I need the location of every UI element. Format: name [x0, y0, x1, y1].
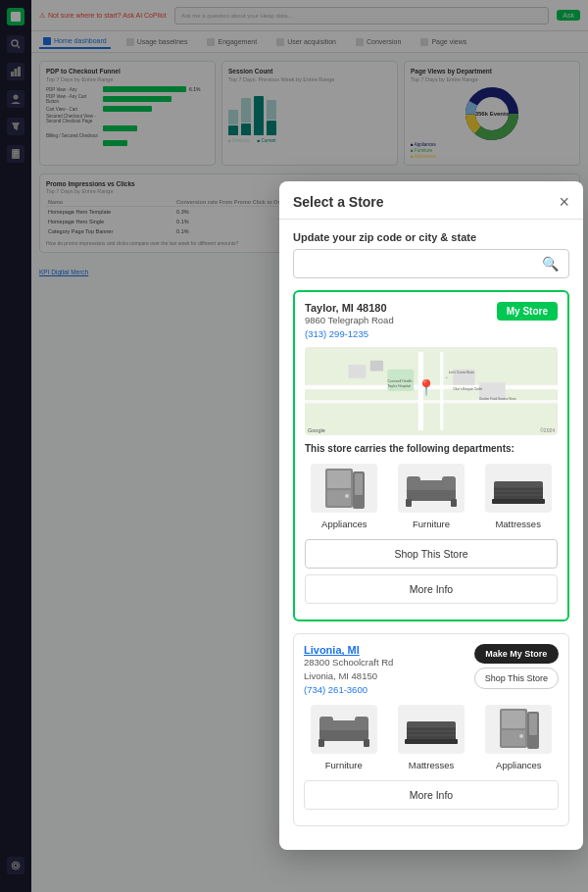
search-icon: 🔍 [542, 256, 559, 272]
make-my-store-button[interactable]: Make My Store [474, 644, 559, 664]
dept-name-furniture-2: Furniture [325, 760, 363, 770]
svg-text:Lee's Corner Bistro: Lee's Corner Bistro [449, 372, 475, 375]
svg-rect-47 [492, 499, 545, 504]
dept-item-furniture-2: Furniture [304, 705, 383, 770]
mattresses-image [485, 464, 552, 513]
store-card-taylor: Taylor, MI 48180 9860 Telegraph Road (31… [293, 290, 569, 621]
svg-rect-38 [355, 473, 363, 495]
store-taylor-phone: (313) 299-1235 [305, 328, 394, 339]
store-livonia-phone: (734) 261-3600 [304, 684, 393, 695]
select-store-modal: Select a Store × Update your zip code or… [279, 181, 583, 850]
dept-item-appliances: Appliances [305, 464, 384, 529]
dept-grid-livonia: Furniture Mattresses [304, 705, 559, 770]
appliances-image-2 [485, 705, 552, 754]
svg-rect-23 [348, 366, 366, 378]
modal-body: Update your zip code or city & state 🔍 T… [279, 220, 583, 850]
svg-rect-53 [318, 739, 324, 747]
dept-item-mattresses-2: Mattresses [391, 705, 470, 770]
search-section: Update your zip code or city & state 🔍 [293, 231, 569, 278]
dept-item-appliances-2: Appliances [479, 705, 559, 770]
svg-rect-58 [407, 721, 456, 727]
modal-close-button[interactable]: × [559, 193, 569, 211]
svg-rect-56 [355, 717, 368, 730]
svg-rect-54 [364, 739, 369, 747]
svg-rect-42 [451, 499, 457, 507]
furniture-image-2 [311, 705, 377, 754]
dept-grid-taylor: Appliances Furniture [305, 464, 558, 529]
svg-point-66 [519, 734, 523, 738]
svg-text:Gordon Food Service Store: Gordon Food Service Store [479, 397, 516, 401]
store-taylor-info: Taylor, MI 48180 9860 Telegraph Road (31… [305, 302, 394, 339]
store-livonia-buttons: Make My Store Shop This Store [474, 644, 559, 689]
svg-point-36 [345, 494, 349, 498]
svg-rect-41 [406, 499, 412, 507]
svg-rect-19 [440, 352, 444, 430]
store-taylor-name: Taylor, MI 48180 [305, 302, 394, 314]
svg-rect-43 [407, 476, 420, 490]
store-card-livonia: Livonia, MI 28300 Schoolcraft Rd Livonia… [293, 633, 569, 826]
more-info-button-taylor[interactable]: More Info [305, 574, 558, 604]
modal-title: Select a Store [293, 194, 384, 210]
svg-rect-35 [327, 490, 351, 506]
departments-label-taylor: This store carries the following departm… [305, 443, 558, 454]
map-google-label: Google [308, 427, 325, 433]
svg-text:Corewell Health: Corewell Health [388, 379, 413, 383]
shop-this-store-button-livonia[interactable]: Shop This Store [474, 668, 559, 689]
svg-rect-68 [529, 714, 537, 735]
dept-name-furniture: Furniture [413, 519, 450, 529]
appliances-image [311, 464, 377, 513]
svg-rect-34 [327, 471, 351, 488]
svg-rect-55 [319, 717, 333, 730]
furniture-image [398, 464, 465, 513]
store-card-livonia-header: Livonia, MI 28300 Schoolcraft Rd Livonia… [304, 644, 559, 695]
svg-text:Taylor Hospital: Taylor Hospital [388, 384, 411, 388]
map-copyright: ©2024 [540, 427, 555, 433]
dept-item-mattresses: Mattresses [478, 464, 558, 529]
modal-header: Select a Store × [279, 181, 583, 220]
svg-text:Olive's Bargain Outlet: Olive's Bargain Outlet [453, 387, 482, 391]
store-taylor-address: 9860 Telegraph Road [305, 314, 394, 326]
dept-name-appliances: Appliances [321, 519, 367, 529]
store-livonia-info: Livonia, MI 28300 Schoolcraft Rd Livonia… [304, 644, 393, 695]
search-box[interactable]: 🔍 [293, 249, 569, 278]
dept-name-mattresses-2: Mattresses [409, 760, 454, 770]
my-store-button[interactable]: My Store [497, 302, 558, 321]
store-livonia-address1: 28300 Schoolcraft Rd [304, 656, 393, 669]
search-label: Update your zip code or city & state [293, 231, 569, 243]
mattresses-image-2 [398, 705, 465, 754]
store-livonia-address2: Livonia, MI 48150 [304, 669, 393, 682]
store-taylor-map: Corewell Health Taylor Hospital Lee's Co… [305, 347, 558, 435]
more-info-button-livonia[interactable]: More Info [304, 780, 559, 810]
map-pin-taylor: 📍 [416, 378, 436, 397]
svg-rect-59 [405, 739, 458, 744]
zip-search-input[interactable] [304, 258, 536, 270]
svg-rect-21 [305, 400, 558, 404]
svg-rect-65 [502, 730, 525, 746]
svg-rect-64 [502, 711, 525, 728]
shop-this-store-button-taylor[interactable]: Shop This Store [305, 539, 558, 569]
store-livonia-name[interactable]: Livonia, MI [304, 644, 393, 656]
svg-rect-44 [442, 476, 456, 490]
store-card-taylor-header: Taylor, MI 48180 9860 Telegraph Road (31… [305, 302, 558, 339]
svg-rect-46 [494, 481, 543, 487]
dept-name-appliances-2: Appliances [496, 760, 541, 770]
svg-rect-24 [370, 361, 383, 372]
dept-item-furniture: Furniture [392, 464, 471, 529]
dept-name-mattresses: Mattresses [495, 519, 540, 529]
